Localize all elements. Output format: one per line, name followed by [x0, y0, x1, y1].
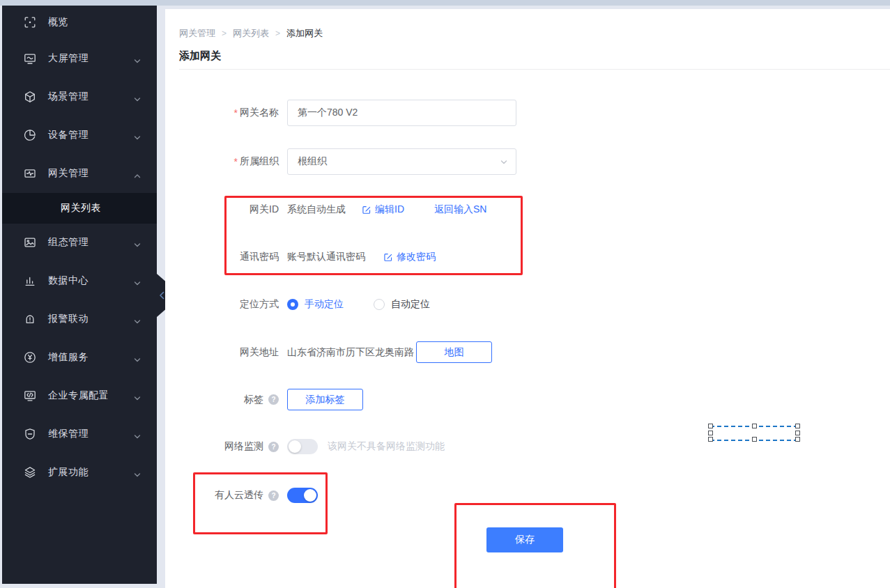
help-icon[interactable]: ?: [268, 442, 279, 452]
sidebar-item-config-mgmt[interactable]: 组态管理: [2, 224, 157, 261]
selection-handle-top-mid[interactable]: [752, 424, 757, 428]
form-row-cloud-passthrough: 有人云透传 ?: [179, 488, 318, 503]
shield-icon: [23, 427, 37, 441]
gateway-name-label: 网关名称: [240, 107, 279, 119]
chevron-down-icon: [134, 277, 141, 284]
bar-chart-icon: [23, 274, 37, 288]
sidebar-item-overview[interactable]: 概览: [2, 6, 157, 39]
selection-handle-bottom-mid[interactable]: [752, 437, 757, 442]
image-icon: [23, 235, 37, 249]
change-password-link[interactable]: 修改密码: [383, 251, 436, 263]
chevron-down-icon: [134, 316, 141, 323]
sidebar-item-gateway-list[interactable]: 网关列表: [2, 193, 157, 224]
chevron-down-icon: [134, 354, 141, 361]
gateway-name-input[interactable]: [287, 100, 516, 126]
save-button[interactable]: 保存: [486, 527, 563, 552]
edit-icon: [383, 252, 393, 262]
sidebar-item-label: 大屏管理: [48, 52, 89, 65]
gateway-id-value: 系统自动生成: [287, 203, 346, 216]
selection-handle-bottom-right[interactable]: [795, 437, 800, 442]
network-monitor-toggle[interactable]: [287, 439, 318, 454]
form-row-location-mode: 定位方式 手动定位 自动定位: [179, 297, 430, 311]
radio-auto-location[interactable]: 自动定位: [374, 298, 430, 311]
breadcrumb-gateway-mgmt[interactable]: 网关管理: [179, 27, 215, 40]
breadcrumb-separator: >: [222, 29, 227, 38]
gateway-address-label: 网关地址: [240, 346, 279, 359]
sidebar-item-label: 组态管理: [48, 236, 89, 249]
chevron-down-icon: [134, 132, 141, 139]
selection-handle-mid-left[interactable]: [708, 431, 713, 435]
tags-label: 标签: [244, 394, 263, 406]
form-row-comm-password: 通讯密码 账号默认通讯密码 修改密码: [179, 250, 436, 264]
edit-id-link[interactable]: 编辑ID: [362, 203, 404, 216]
sidebar-item-label: 网关管理: [48, 167, 89, 180]
chevron-down-icon: [134, 55, 141, 62]
chevron-down-icon: [134, 469, 141, 476]
chevron-down-icon: [134, 392, 141, 399]
cube-icon: [23, 90, 37, 104]
page-title: 添加网关: [179, 49, 221, 63]
sidebar: 概览 大屏管理 场景管理 设备管理 网关管理 网关列表 组: [2, 6, 157, 584]
gateway-icon: [23, 167, 37, 180]
form-row-gateway-address: 网关地址 山东省济南市历下区龙奥南路 地图: [179, 341, 492, 363]
organization-select[interactable]: 根组织: [287, 148, 516, 175]
title-divider: [179, 69, 890, 70]
cloud-passthrough-toggle[interactable]: [287, 488, 318, 503]
layers-icon: [23, 465, 37, 479]
sidebar-item-scene-mgmt[interactable]: 场景管理: [2, 78, 157, 116]
return-sn-link[interactable]: 返回输入SN: [434, 203, 486, 216]
sidebar-item-value-added[interactable]: 增值服务: [2, 339, 157, 376]
breadcrumb-gateway-list[interactable]: 网关列表: [233, 27, 269, 40]
add-tag-button[interactable]: 添加标签: [287, 389, 363, 410]
selection-handle-top-right[interactable]: [795, 424, 800, 428]
edit-icon: [362, 205, 371, 215]
sidebar-item-label: 场景管理: [48, 91, 89, 103]
sidebar-item-label: 数据中心: [48, 274, 89, 287]
chevron-up-icon: [134, 170, 141, 177]
selection-handle-bottom-left[interactable]: [708, 437, 713, 442]
selection-handle-mid-right[interactable]: [795, 431, 800, 435]
breadcrumb: 网关管理 > 网关列表 > 添加网关: [179, 27, 323, 40]
alarm-icon: [23, 312, 37, 326]
sidebar-item-enterprise-config[interactable]: 企业专属配置: [2, 377, 157, 415]
sidebar-item-maintenance[interactable]: 维保管理: [2, 415, 157, 453]
sidebar-item-extensions[interactable]: 扩展功能: [2, 454, 157, 491]
sidebar-item-data-center[interactable]: 数据中心: [2, 262, 157, 300]
yuan-circle-icon: [23, 350, 37, 364]
cloud-passthrough-label: 有人云透传: [215, 489, 263, 502]
sidebar-item-gateway-mgmt[interactable]: 网关管理: [2, 155, 157, 192]
main-content: 网关管理 > 网关列表 > 添加网关 添加网关 * 网关名称 * 所属组织 根组…: [165, 9, 890, 588]
pie-chart-icon: [23, 128, 37, 142]
sidebar-item-label: 设备管理: [48, 129, 89, 141]
selection-handle-top-left[interactable]: [708, 424, 713, 428]
gateway-id-label: 网关ID: [250, 203, 279, 216]
radio-unselected-icon: [374, 299, 385, 310]
sidebar-item-label: 企业专属配置: [48, 389, 109, 402]
form-row-network-monitor: 网络监测 ? 该网关不具备网络监测功能: [179, 439, 445, 454]
code-screen-icon: [23, 389, 37, 403]
form-row-gateway-id: 网关ID 系统自动生成 编辑ID 返回输入SN: [179, 203, 486, 217]
help-icon[interactable]: ?: [268, 490, 279, 501]
help-icon[interactable]: ?: [268, 394, 279, 405]
sidebar-item-alarm-linkage[interactable]: 报警联动: [2, 300, 157, 338]
sidebar-item-label: 报警联动: [48, 313, 89, 325]
map-button[interactable]: 地图: [416, 341, 492, 363]
sidebar-item-label: 扩展功能: [48, 466, 89, 479]
radio-manual-location[interactable]: 手动定位: [287, 298, 344, 311]
window-top-strip: [0, 0, 890, 6]
sidebar-item-label: 维保管理: [48, 428, 89, 440]
sidebar-item-device-mgmt[interactable]: 设备管理: [2, 116, 157, 154]
breadcrumb-current: 添加网关: [286, 27, 323, 40]
location-mode-label: 定位方式: [240, 298, 279, 311]
select-chevron-icon: [500, 157, 508, 169]
sidebar-item-screen-mgmt[interactable]: 大屏管理: [2, 40, 157, 77]
comm-password-label: 通讯密码: [240, 251, 279, 263]
chevron-down-icon: [134, 239, 141, 246]
chevron-down-icon: [134, 431, 141, 438]
chevron-down-icon: [134, 93, 141, 100]
sidebar-item-label: 概览: [48, 16, 68, 29]
required-asterisk: *: [234, 156, 238, 167]
form-row-tags: 标签 ? 添加标签: [179, 389, 363, 410]
form-row-gateway-name: * 网关名称: [179, 100, 516, 126]
gateway-address-value: 山东省济南市历下区龙奥南路: [287, 346, 414, 359]
